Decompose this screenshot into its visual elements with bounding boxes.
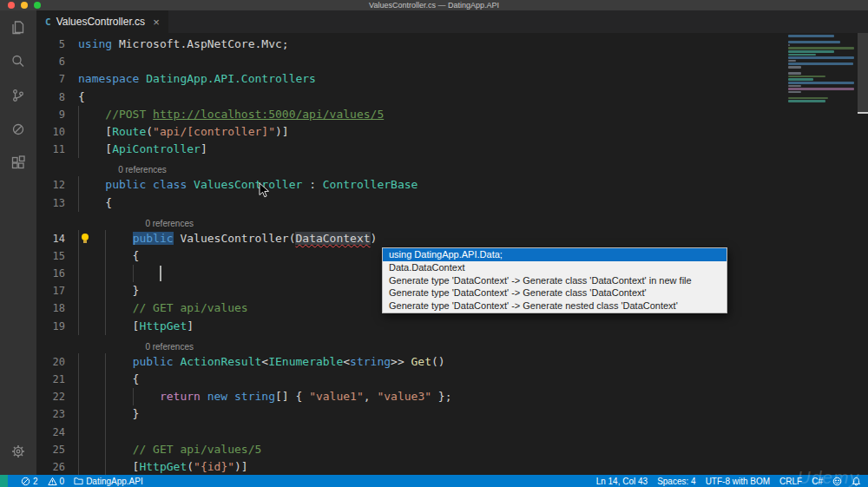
problems-warnings[interactable]: 0: [48, 477, 65, 486]
code-text[interactable]: {: [78, 371, 858, 388]
line-number[interactable]: 25: [36, 441, 78, 458]
code-line-24: 24: [36, 424, 858, 441]
eol-sequence[interactable]: CRLF: [779, 477, 802, 486]
indent-guide: [78, 141, 79, 158]
code-line-20: 20 public ActionResult<IEnumerable<strin…: [36, 353, 858, 371]
code-text[interactable]: [78, 424, 858, 441]
line-number[interactable]: 14: [36, 230, 78, 247]
minimap-line: [788, 63, 853, 65]
code-text[interactable]: // GET api/values/5: [78, 441, 858, 458]
code-action-item[interactable]: Generate type 'DataContext' -> Generate …: [383, 286, 727, 299]
indent-guide: [78, 458, 79, 475]
minimap[interactable]: [785, 35, 858, 115]
debug-icon[interactable]: [0, 112, 36, 146]
code-token: string: [234, 390, 275, 403]
indent-guide: [78, 194, 79, 212]
line-number[interactable]: 11: [36, 141, 78, 158]
code-text[interactable]: public ActionResult<IEnumerable<string>>…: [78, 353, 858, 371]
language-mode[interactable]: C#: [812, 477, 823, 486]
line-number[interactable]: 7: [36, 70, 78, 88]
indent-guide: [78, 265, 79, 282]
code-text[interactable]: public ValuesController(DataContext): [78, 230, 858, 247]
line-number[interactable]: 24: [36, 424, 78, 441]
code-text[interactable]: public class ValuesController : Controll…: [78, 176, 858, 194]
problems-errors[interactable]: 2: [21, 477, 38, 486]
close-window-button[interactable]: [8, 2, 15, 9]
code-text[interactable]: {: [78, 194, 858, 212]
indentation[interactable]: Spaces: 4: [657, 477, 695, 486]
minimize-window-button[interactable]: [21, 2, 28, 9]
minimap-line: [788, 76, 825, 78]
code-text[interactable]: [78, 53, 858, 70]
code-token: public: [133, 232, 174, 245]
line-number[interactable]: 18: [36, 299, 78, 317]
source-control-icon[interactable]: [0, 78, 36, 112]
code-token: :: [302, 178, 322, 191]
indent-guide: [78, 371, 79, 388]
project-name[interactable]: DatingApp.API: [74, 477, 143, 486]
notifications-bell-icon[interactable]: [852, 477, 861, 486]
line-number[interactable]: 8: [36, 89, 78, 106]
indent-guide: [105, 318, 106, 335]
search-icon[interactable]: [0, 44, 36, 78]
minimap-line: [788, 97, 828, 100]
code-text[interactable]: return new string[] { "value1", "value3"…: [78, 388, 858, 405]
encoding[interactable]: UTF-8 with BOM: [706, 477, 770, 486]
cursor-position[interactable]: Ln 14, Col 43: [596, 477, 648, 486]
line-number[interactable]: 23: [36, 405, 78, 423]
codelens-references[interactable]: 0 references: [91, 212, 858, 230]
code-action-item[interactable]: Data.DataContext: [383, 261, 727, 274]
line-number[interactable]: 5: [36, 36, 78, 53]
line-number[interactable]: 16: [36, 265, 78, 282]
line-number[interactable]: 20: [36, 353, 78, 371]
line-number[interactable]: 19: [36, 318, 78, 335]
code-token: ,: [364, 390, 378, 403]
feedback-smiley-icon[interactable]: [832, 477, 842, 486]
line-number[interactable]: 10: [36, 123, 78, 141]
code-token: http://localhost:5000/api/values/5: [153, 108, 384, 121]
close-tab-icon[interactable]: ×: [153, 16, 160, 29]
code-action-item[interactable]: Generate type 'DataContext' -> Generate …: [383, 299, 727, 313]
code-line-22: 22 return new string[] { "value1", "valu…: [36, 388, 858, 405]
zoom-window-button[interactable]: [34, 2, 41, 9]
line-number[interactable]: 21: [36, 371, 78, 388]
code-text[interactable]: namespace DatingApp.API.Controllers: [78, 70, 858, 88]
line-number[interactable]: 26: [36, 458, 78, 475]
vertical-scrollbar[interactable]: [858, 33, 868, 475]
line-number[interactable]: 6: [36, 53, 78, 70]
code-text[interactable]: }: [78, 405, 858, 423]
line-number[interactable]: 22: [36, 388, 78, 405]
titlebar: ValuesController.cs — DatingApp.API: [0, 0, 868, 10]
line-number[interactable]: 15: [36, 247, 78, 265]
code-text[interactable]: [HttpGet]: [78, 318, 858, 335]
lightbulb-icon[interactable]: [82, 234, 89, 240]
tab-valuescontroller[interactable]: C ValuesController.cs ×: [36, 10, 168, 33]
code-text[interactable]: {: [78, 89, 858, 106]
remote-indicator[interactable]: [0, 475, 8, 487]
settings-gear-icon[interactable]: [0, 434, 36, 468]
code-action-item[interactable]: using DatingApp.API.Data;: [383, 248, 727, 261]
indent-guide: [105, 371, 106, 388]
codelens-references[interactable]: 0 references: [91, 335, 858, 353]
code-action-item[interactable]: Generate type 'DataContext' -> Generate …: [383, 274, 727, 287]
code-token: [187, 178, 194, 191]
code-token: [78, 390, 160, 403]
code-token: Microsoft.AspNetCore.Mvc;: [112, 37, 289, 50]
code-text[interactable]: [HttpGet("{id}")]: [78, 458, 858, 475]
line-number[interactable]: 12: [36, 176, 78, 194]
extensions-icon[interactable]: [0, 146, 36, 180]
explorer-icon[interactable]: [0, 10, 36, 44]
line-number[interactable]: 9: [36, 106, 78, 123]
code-text[interactable]: [Route("api/[controller]")]: [78, 123, 858, 141]
code-text[interactable]: [ApiController]: [78, 141, 858, 158]
line-number[interactable]: 13: [36, 194, 78, 212]
codelens-references[interactable]: 0 references: [91, 158, 858, 176]
code-text[interactable]: using Microsoft.AspNetCore.Mvc;: [78, 36, 858, 53]
scrollbar-thumb[interactable]: [858, 33, 868, 113]
code-token: class: [153, 178, 187, 191]
code-token: (: [146, 125, 153, 138]
line-number[interactable]: 17: [36, 282, 78, 299]
code-text[interactable]: //POST http://localhost:5000/api/values/…: [78, 106, 858, 123]
code-token: // GET api/values/5: [133, 443, 262, 456]
code-token: IEnumerable: [268, 355, 343, 368]
